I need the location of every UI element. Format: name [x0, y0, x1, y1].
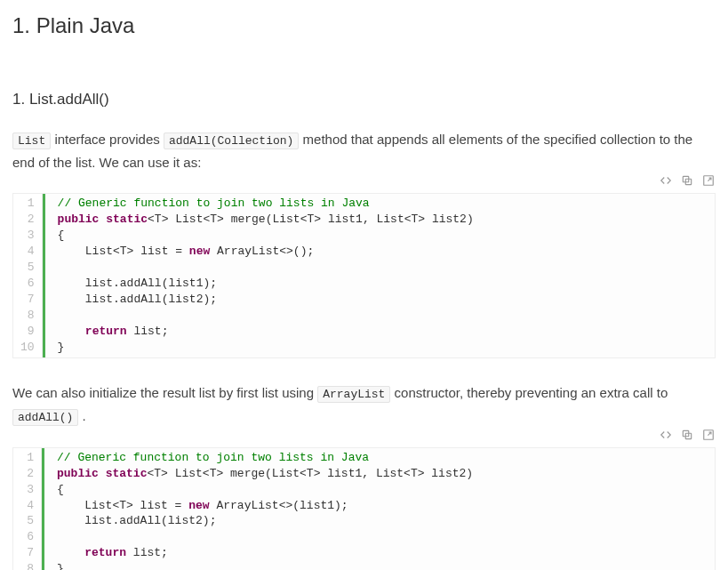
line-number: 1: [20, 196, 35, 212]
copy-icon[interactable]: [680, 428, 694, 442]
line-number: 7: [20, 292, 35, 308]
line-number-gutter: 12345678910: [13, 194, 43, 357]
code-line: // Generic function to join two lists in…: [57, 450, 715, 466]
code-line: List<T> list = new ArrayList<>();: [58, 244, 715, 260]
code-block: 12345678 // Generic function to join two…: [12, 447, 716, 570]
code-line: public static<T> List<T> merge(List<T> l…: [58, 212, 715, 228]
code-line: list.addAll(list2);: [58, 292, 715, 308]
inline-code: addAll(): [12, 409, 78, 426]
code-line: List<T> list = new ArrayList<>(list1);: [57, 498, 715, 514]
inline-code: addAll(Collection): [164, 132, 299, 149]
code-line: public static<T> List<T> merge(List<T> l…: [57, 466, 715, 482]
paragraph: We can also initialize the result list b…: [12, 381, 716, 428]
open-window-icon[interactable]: [701, 173, 716, 188]
code-line: {: [57, 482, 715, 498]
line-number: 2: [20, 212, 35, 228]
code-toolbar: [659, 173, 716, 188]
line-number: 6: [20, 276, 35, 292]
toggle-source-icon[interactable]: [659, 173, 673, 188]
code-line: }: [57, 561, 715, 570]
code-content: // Generic function to join two lists in…: [43, 194, 715, 357]
line-number: 4: [20, 244, 35, 260]
text: constructor, thereby preventing an extra…: [390, 385, 668, 400]
line-number: 5: [20, 513, 34, 529]
code-block: 12345678910 // Generic function to join …: [12, 193, 716, 357]
line-number: 9: [20, 324, 35, 340]
code-line: [57, 529, 715, 545]
line-number: 8: [20, 561, 34, 570]
line-number: 5: [20, 260, 35, 276]
paragraph: List interface provides addAll(Collectio…: [12, 128, 716, 174]
line-number: 6: [20, 529, 34, 545]
code-line: [58, 260, 715, 276]
line-number: 2: [20, 466, 34, 482]
code-line: return list;: [57, 545, 715, 561]
line-number: 10: [20, 340, 35, 356]
toggle-source-icon[interactable]: [659, 428, 673, 442]
line-number-gutter: 12345678: [13, 448, 42, 570]
line-number: 3: [20, 482, 34, 498]
line-number: 8: [20, 308, 35, 324]
copy-icon[interactable]: [680, 173, 694, 188]
text: We can also initialize the result list b…: [12, 385, 317, 400]
code-line: {: [58, 228, 715, 244]
inline-code: ArrayList: [317, 386, 390, 403]
section-heading: 1. Plain Java: [12, 9, 716, 43]
code-line: return list;: [58, 324, 715, 340]
code-content: // Generic function to join two lists in…: [42, 448, 715, 570]
subsection-heading: 1. List.addAll(): [12, 87, 716, 111]
code-line: // Generic function to join two lists in…: [58, 196, 715, 212]
code-line: list.addAll(list2);: [57, 513, 715, 529]
line-number: 7: [20, 545, 34, 561]
line-number: 4: [20, 498, 34, 514]
code-line: [58, 308, 715, 324]
code-toolbar: [659, 428, 716, 442]
line-number: 1: [20, 450, 34, 466]
text: interface provides: [51, 132, 164, 147]
code-line: list.addAll(list1);: [58, 276, 715, 292]
inline-code: List: [12, 132, 51, 149]
code-line: }: [58, 340, 715, 356]
text: .: [78, 408, 85, 423]
open-window-icon[interactable]: [701, 428, 716, 442]
line-number: 3: [20, 228, 35, 244]
